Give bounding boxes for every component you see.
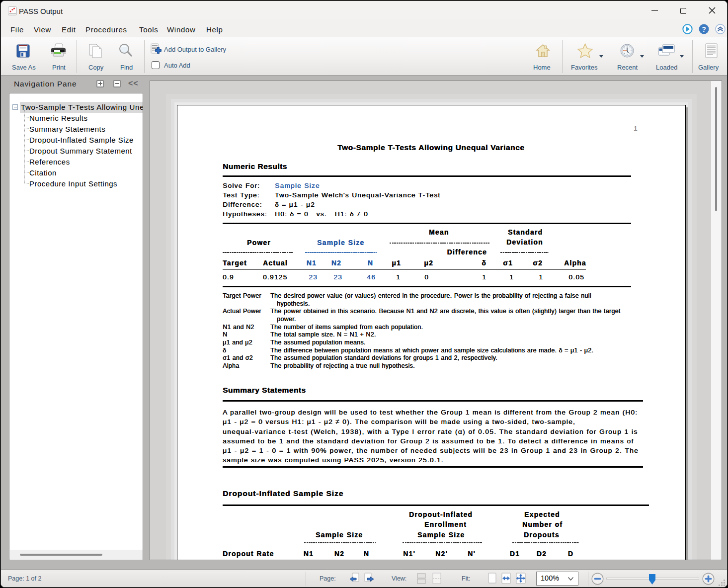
svg-text:?: ?	[702, 25, 706, 33]
